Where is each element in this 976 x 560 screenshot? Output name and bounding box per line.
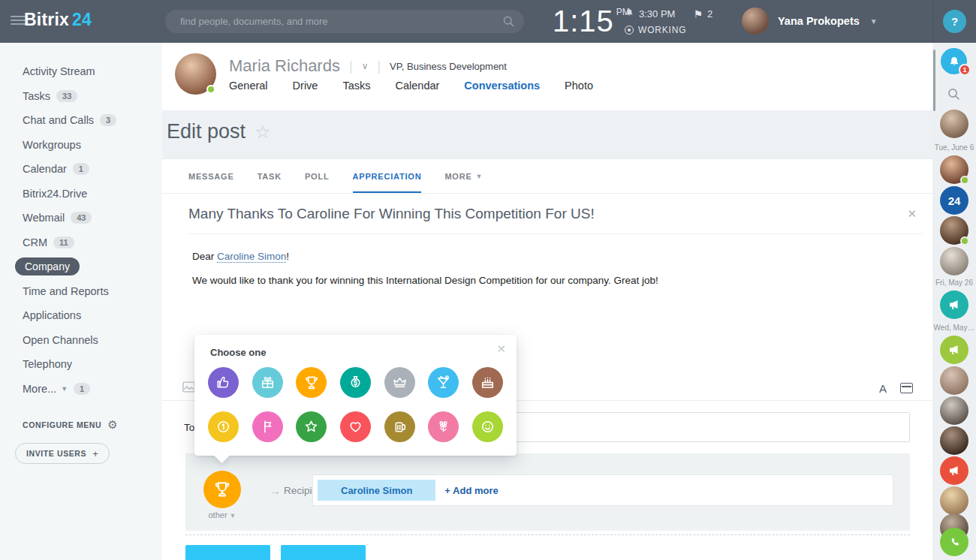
bitrix24-chat-logo[interactable]: 24 [940, 186, 968, 215]
sidebar-item-telephony[interactable]: Telephony [0, 352, 162, 377]
thumbs-up-icon [214, 373, 233, 392]
flag-icon[interactable]: ⚑ [693, 8, 703, 20]
tab-poll[interactable]: POLL [305, 159, 330, 193]
badge-crown[interactable] [384, 367, 415, 398]
sidebar-item-open-channels[interactable]: Open Channels [0, 328, 162, 353]
sidebar-item-company[interactable]: Company [0, 254, 162, 279]
global-search [165, 10, 524, 33]
submit-button[interactable] [185, 545, 270, 560]
chat-avatar[interactable] [940, 486, 968, 515]
sidebar-item-webmail[interactable]: Webmail43 [0, 206, 162, 230]
sidebar-item-applications[interactable]: Applications [0, 303, 162, 328]
chat-avatar[interactable] [940, 426, 968, 455]
chat-avatar[interactable] [940, 155, 968, 184]
number-one-medal-icon [214, 417, 233, 436]
notifications-button[interactable]: 1 [941, 48, 967, 74]
arrow-right-icon: → [270, 484, 281, 497]
plus-icon: + [92, 448, 98, 459]
close-icon[interactable]: ✕ [901, 207, 923, 221]
badge-flower[interactable] [428, 411, 459, 442]
post-title-input[interactable]: Many Thanks To Caroline For Winning This… [188, 206, 901, 222]
profile-name[interactable]: Maria Richards [229, 56, 340, 76]
badge-trophy[interactable] [296, 367, 327, 398]
profile-avatar[interactable] [175, 53, 216, 95]
tab-message[interactable]: MESSAGE [188, 159, 234, 193]
badge-type-dropdown[interactable]: other ▼ [203, 510, 241, 519]
tab-photo[interactable]: Photo [565, 80, 593, 92]
brand-logo[interactable]: Bitrix24 [24, 10, 92, 30]
font-format-icon[interactable]: A [879, 382, 887, 395]
tab-calendar[interactable]: Calendar [396, 80, 440, 92]
sidebar-item-calendar[interactable]: Calendar1 [0, 157, 162, 182]
sidebar-item-more[interactable]: More...▼1 [0, 377, 162, 402]
current-user-menu[interactable]: Yana Prokopets ▼ [742, 8, 878, 35]
badge-flag[interactable] [252, 411, 283, 442]
crm-count-badge: 11 [53, 236, 74, 248]
recipient-input-area[interactable]: Caroline Simon + Add more [312, 474, 893, 506]
invite-users-button[interactable]: INVITE USERS+ [15, 443, 110, 464]
tab-appreciation[interactable]: APPRECIATION [353, 159, 422, 193]
chat-avatar[interactable] [940, 110, 968, 138]
badge-beer[interactable] [384, 411, 415, 442]
search-icon[interactable] [502, 15, 515, 31]
tab-tasks[interactable]: Tasks [342, 80, 370, 92]
scrollbar[interactable] [933, 50, 935, 111]
trophy-badge-button[interactable] [203, 471, 241, 508]
tab-more[interactable]: MORE▼ [444, 159, 483, 193]
sidebar-item-chat-and-calls[interactable]: Chat and Calls3 [0, 108, 162, 133]
search-input[interactable] [179, 10, 494, 33]
search-icon[interactable] [947, 87, 961, 104]
favorite-star-icon[interactable]: ☆ [255, 122, 271, 143]
star-icon [302, 417, 321, 436]
add-more-recipients-link[interactable]: + Add more [444, 485, 498, 496]
alarm-bell-icon[interactable] [625, 8, 634, 20]
telephony-button[interactable] [940, 528, 968, 556]
chevron-down-icon[interactable]: ∨ [362, 61, 369, 71]
sidebar-item-activity-stream[interactable]: Activity Stream [0, 59, 162, 84]
cancel-button[interactable] [281, 545, 366, 560]
sidebar-item-tasks[interactable]: Tasks33 [0, 84, 162, 109]
brand-24: 24 [72, 10, 92, 29]
badge-thumbs-up[interactable] [208, 367, 239, 398]
chat-avatar[interactable] [940, 396, 968, 425]
badge-medal-one[interactable] [208, 411, 239, 442]
sidebar-item-workgroups[interactable]: Workgroups [0, 133, 162, 158]
badge-star[interactable] [296, 411, 327, 442]
insert-image-icon[interactable] [182, 381, 195, 396]
chat-avatar[interactable] [940, 366, 968, 395]
recipient-mention-link[interactable]: Caroline Simon [217, 251, 286, 263]
tab-general[interactable]: General [229, 80, 268, 92]
sidebar-item-crm[interactable]: CRM11 [0, 230, 162, 255]
badge-cake[interactable] [472, 367, 503, 398]
divider: | [377, 59, 381, 74]
badge-gift[interactable] [252, 367, 283, 398]
hamburger-menu-icon[interactable] [11, 16, 26, 27]
close-icon[interactable]: ✕ [496, 342, 506, 356]
announcement-chat-red[interactable] [940, 456, 968, 485]
gear-icon: ⚙ [107, 418, 118, 432]
birthday-cake-icon [478, 373, 497, 392]
working-status[interactable]: WORKING [638, 25, 686, 35]
alarm-time[interactable]: 3:30 PM [639, 8, 675, 20]
tab-conversations[interactable]: Conversations [464, 80, 540, 92]
badge-cocktail[interactable] [428, 367, 459, 398]
configure-menu-button[interactable]: CONFIGURE MENU⚙ [23, 418, 118, 432]
badge-smiley[interactable] [472, 411, 503, 442]
tab-task[interactable]: TASK [258, 159, 282, 193]
chat-avatar[interactable] [940, 216, 968, 245]
tab-drive[interactable]: Drive [293, 80, 318, 92]
badge-money-bag[interactable] [340, 367, 371, 398]
badge-heart[interactable] [340, 411, 371, 442]
user-avatar[interactable] [742, 8, 769, 35]
working-record-icon[interactable] [625, 26, 634, 35]
work-clock[interactable]: 1:15PM [553, 5, 630, 38]
recipient-chip[interactable]: Caroline Simon [318, 480, 435, 501]
flag-count[interactable]: 2 [707, 8, 712, 20]
announcement-chat-green[interactable] [940, 336, 968, 364]
editor-view-toggle-icon[interactable] [900, 383, 913, 393]
help-button[interactable]: ? [943, 10, 966, 33]
announcement-chat-teal[interactable] [940, 291, 968, 319]
sidebar-item-bitrix24-drive[interactable]: Bitrix24.Drive [0, 182, 162, 206]
chat-avatar[interactable] [940, 247, 968, 275]
sidebar-item-time-and-reports[interactable]: Time and Reports [0, 279, 162, 304]
